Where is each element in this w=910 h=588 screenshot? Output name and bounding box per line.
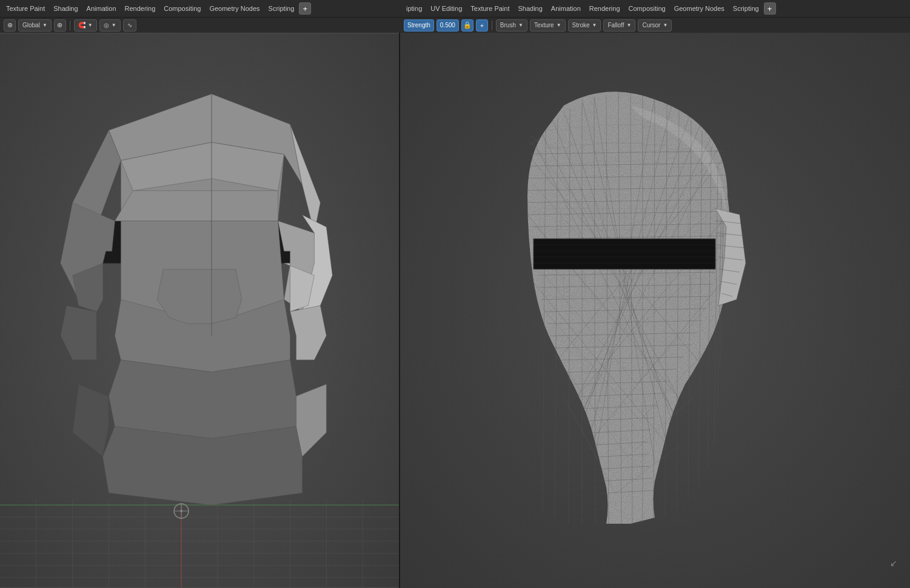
falloff-label: Falloff [607, 22, 624, 28]
separator-r1 [492, 21, 492, 30]
proportional-chevron: ▼ [112, 22, 116, 28]
snap-chevron: ▼ [88, 22, 93, 28]
texture-label: Texture [534, 22, 554, 28]
transform-orientation-icon[interactable]: ⊕ [4, 19, 16, 32]
strength-plus-icon[interactable]: + [476, 19, 488, 32]
tab-right-shading[interactable]: Shading [514, 4, 546, 13]
svg-marker-30 [109, 360, 296, 439]
tab-right-scripting[interactable]: Scripting [729, 4, 763, 13]
falloff-btn[interactable]: Falloff ▼ [603, 19, 635, 32]
brush-label: Brush [500, 22, 516, 28]
strength-label: Strength [404, 19, 434, 32]
tab-right-geometry-nodes[interactable]: Geometry Nodes [671, 4, 728, 13]
tab-right-ipting[interactable]: ipting [403, 4, 426, 13]
svg-marker-31 [102, 426, 302, 505]
global-label: Global [22, 22, 40, 28]
viewport-right[interactable]: After Remesh [400, 33, 910, 588]
tab-right-texture-paint[interactable]: Texture Paint [467, 4, 513, 13]
right-topbar: ipting UV Editing Texture Paint Shading … [400, 0, 910, 17]
right-toolbar: Strength 0.500 🔒 + Brush ▼ Texture ▼ Str… [400, 17, 910, 33]
texture-btn[interactable]: Texture ▼ [530, 19, 566, 32]
svg-rect-126 [534, 239, 715, 269]
tab-right-uv-editing[interactable]: UV Editing [427, 4, 466, 13]
tab-compositing[interactable]: Compositing [160, 4, 204, 13]
proportional-edit-btn[interactable]: ◎ ▼ [99, 19, 121, 32]
stroke-btn[interactable]: Stroke ▼ [568, 19, 601, 32]
stroke-chevron: ▼ [592, 22, 597, 28]
snap-icon: 🧲 [78, 22, 85, 28]
texture-chevron: ▼ [557, 22, 561, 28]
stroke-label: Stroke [572, 22, 590, 28]
svg-text:↙: ↙ [890, 558, 897, 568]
viewport-container: Before Remesh [0, 33, 910, 588]
before-remesh-svg [0, 33, 399, 588]
svg-marker-34 [157, 269, 242, 324]
tab-right-rendering[interactable]: Rendering [586, 4, 624, 13]
svg-marker-36 [115, 191, 278, 221]
tab-right-animation[interactable]: Animation [547, 4, 584, 13]
wave-btn[interactable]: ∿ [123, 19, 136, 32]
global-transform-btn[interactable]: Global ▼ [18, 19, 52, 32]
pivot-icon[interactable]: ⊕ [54, 19, 66, 32]
tab-geometry-nodes[interactable]: Geometry Nodes [206, 4, 263, 13]
cursor-btn[interactable]: Cursor ▼ [638, 19, 672, 32]
left-toolbar: ⊕ Global ▼ ⊕ 🧲 ▼ ◎ ▼ ∿ [0, 17, 400, 33]
tab-shading[interactable]: Shading [50, 4, 81, 13]
after-remesh-svg: ↙ [400, 33, 910, 588]
tab-right-compositing[interactable]: Compositing [625, 4, 669, 13]
tab-scripting[interactable]: Scripting [265, 4, 298, 13]
tab-texture-paint[interactable]: Texture Paint [2, 4, 49, 13]
snap-btn[interactable]: 🧲 ▼ [74, 19, 97, 32]
brush-btn[interactable]: Brush ▼ [496, 19, 527, 32]
tab-animation[interactable]: Animation [83, 4, 120, 13]
proportional-icon: ◎ [104, 22, 109, 28]
left-topbar: Texture Paint Shading Animation Renderin… [0, 0, 400, 17]
falloff-chevron: ▼ [627, 22, 632, 28]
add-tab-button-left[interactable]: + [299, 2, 311, 15]
global-chevron: ▼ [42, 22, 47, 28]
viewport-left[interactable]: Before Remesh [0, 33, 400, 588]
strength-lock-icon[interactable]: 🔒 [461, 19, 473, 32]
brush-chevron: ▼ [518, 22, 523, 28]
strength-value-field[interactable]: 0.500 [437, 19, 459, 32]
cursor-chevron: ▼ [663, 22, 667, 28]
wave-icon: ∿ [127, 22, 132, 28]
cursor-label: Cursor [642, 22, 660, 28]
tab-rendering[interactable]: Rendering [121, 4, 159, 13]
separator-1 [70, 21, 70, 30]
add-tab-button-right[interactable]: + [764, 2, 776, 15]
